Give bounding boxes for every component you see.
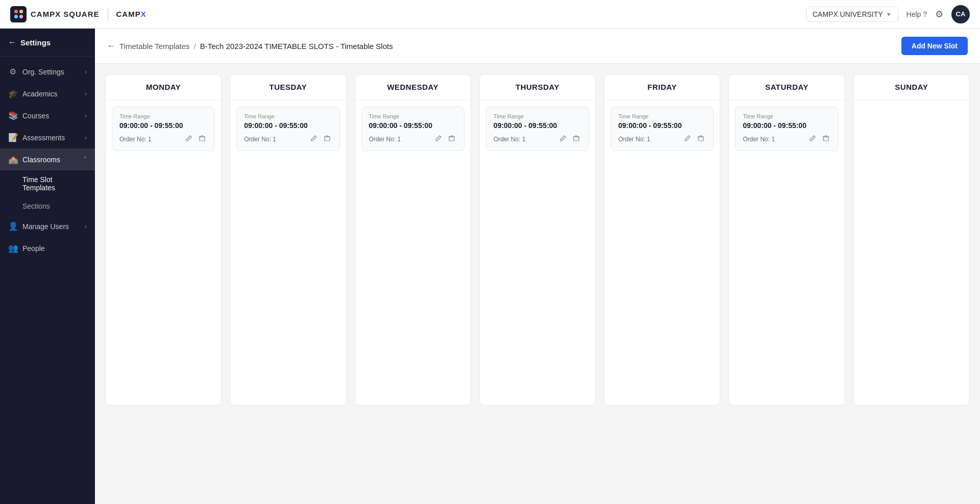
day-column-friday: FRIDAY Time Range 09:00:00 - 09:55:00 Or… [604,74,720,406]
order-no: Order No: 1 [618,136,650,143]
day-body-wednesday: Time Range 09:00:00 - 09:55:00 Order No:… [355,100,471,405]
sidebar-item-academics[interactable]: 🎓 Academics › [0,83,95,105]
time-range-value: 09:00:00 - 09:55:00 [369,121,457,130]
time-range-label: Time Range [743,113,830,119]
sidebar-label-org-settings: Org. Settings [22,68,64,76]
sidebar-label-courses: Courses [22,112,49,120]
sidebar-item-people[interactable]: 👥 People [0,237,95,259]
svg-rect-0 [200,137,205,141]
time-slot-footer: Order No: 1 [618,134,706,144]
breadcrumb-current: B-Tech 2023-2024 TIMETABLE SLOTS - Timet… [200,42,393,51]
day-body-sunday [854,100,969,405]
sidebar-label-manage-users: Manage Users [22,222,69,231]
day-header-thursday: THURSDAY [480,74,595,100]
time-slot-footer: Order No: 1 [369,134,457,144]
time-range-value: 09:00:00 - 09:55:00 [743,121,830,130]
day-column-sunday: SUNDAY [853,74,970,406]
day-column-thursday: THURSDAY Time Range 09:00:00 - 09:55:00 … [479,74,596,406]
classrooms-icon: 🏫 [8,155,17,164]
university-selector[interactable]: CAMPX UNIVERSITY ▼ [806,7,898,22]
day-body-friday: Time Range 09:00:00 - 09:55:00 Order No:… [604,100,720,405]
breadcrumb-separator: / [194,42,196,51]
order-no: Order No: 1 [369,136,401,143]
sidebar-item-time-slot-templates[interactable]: Time Slot Templates [0,170,95,197]
sidebar-item-sections[interactable]: Sections [0,197,95,215]
breadcrumb-back-arrow[interactable]: ← [107,41,115,51]
delete-slot-button[interactable] [447,134,457,144]
courses-icon: 📚 [8,111,17,120]
time-range-value: 09:00:00 - 09:55:00 [618,121,706,130]
day-column-saturday: SATURDAY Time Range 09:00:00 - 09:55:00 … [728,74,845,406]
edit-slot-button[interactable] [558,134,568,144]
assessments-icon: 📝 [8,133,17,142]
help-button[interactable]: Help ? [906,10,927,18]
settings-gear-button[interactable]: ⚙ [935,9,943,20]
time-range-label: Time Range [494,113,581,119]
edit-slot-button[interactable] [807,134,818,144]
edit-slot-button[interactable] [682,134,693,144]
sidebar-label-academics: Academics [22,90,57,98]
delete-slot-button[interactable] [322,134,332,144]
brand-campx-square: CAMPX SQUARE [31,10,100,18]
day-name-label: MONDAY [146,83,181,91]
day-header-monday: MONDAY [106,74,221,100]
breadcrumb-parent[interactable]: Timetable Templates [119,42,190,51]
time-range-value: 09:00:00 - 09:55:00 [244,121,332,130]
add-new-slot-button[interactable]: Add New Slot [901,37,968,55]
sidebar-item-manage-users[interactable]: 👤 Manage Users › [0,215,95,237]
chevron-down-icon: ˅ [84,156,87,163]
svg-rect-8 [698,137,703,141]
time-range-label: Time Range [244,113,332,119]
time-range-label: Time Range [618,113,706,119]
people-icon: 👥 [8,243,17,253]
sidebar-item-courses[interactable]: 📚 Courses › [0,105,95,127]
day-grid: MONDAY Time Range 09:00:00 - 09:55:00 Or… [105,74,970,406]
order-no: Order No: 1 [494,136,526,143]
back-arrow-icon: ← [8,38,16,47]
sidebar-back-button[interactable]: ← Settings [0,29,95,57]
avatar[interactable]: CA [951,5,970,23]
sidebar-label-time-slot-templates: Time Slot Templates [22,175,55,192]
svg-rect-4 [449,137,454,141]
day-header-wednesday: WEDNESDAY [355,74,471,100]
day-column-wednesday: WEDNESDAY Time Range 09:00:00 - 09:55:00… [355,74,471,406]
edit-slot-button[interactable] [184,134,194,144]
brand-campx: CAMPX [116,10,146,18]
order-no: Order No: 1 [244,136,276,143]
sidebar-item-assessments[interactable]: 📝 Assessments › [0,127,95,148]
content-header: ← Timetable Templates / B-Tech 2023-2024… [95,29,980,64]
time-range-label: Time Range [119,113,207,119]
chevron-right-icon: › [85,90,87,97]
order-no: Order No: 1 [119,136,152,143]
sidebar-item-org-settings[interactable]: ⚙ Org. Settings › [0,61,95,83]
card-actions [682,134,706,144]
chevron-right-icon: › [85,134,87,141]
sidebar-navigation: ⚙ Org. Settings › 🎓 Academics › 📚 Course… [0,57,95,263]
delete-slot-button[interactable] [696,134,706,144]
delete-slot-button[interactable] [571,134,581,144]
logo-area: CAMPX SQUARE CAMPX [10,6,146,22]
org-settings-icon: ⚙ [8,67,17,77]
sidebar-back-label: Settings [20,38,51,47]
time-slot-footer: Order No: 1 [119,134,207,144]
sidebar-item-classrooms[interactable]: 🏫 Classrooms ˅ [0,148,95,170]
day-name-label: SATURDAY [765,83,808,91]
time-slot-card: Time Range 09:00:00 - 09:55:00 Order No:… [735,107,838,151]
time-range-label: Time Range [369,113,457,119]
card-actions [558,134,581,144]
time-range-value: 09:00:00 - 09:55:00 [494,121,581,130]
edit-slot-button[interactable] [309,134,319,144]
day-name-label: TUESDAY [270,83,307,91]
edit-slot-button[interactable] [433,134,444,144]
main-layout: ← Settings ⚙ Org. Settings › 🎓 Academics… [0,29,980,504]
delete-slot-button[interactable] [821,134,831,144]
card-actions [433,134,457,144]
logo-icon [10,6,27,22]
time-slot-footer: Order No: 1 [743,134,830,144]
chevron-right-icon: › [85,112,87,119]
day-body-tuesday: Time Range 09:00:00 - 09:55:00 Order No:… [230,100,346,405]
svg-rect-10 [823,137,828,141]
day-header-friday: FRIDAY [604,74,720,100]
delete-slot-button[interactable] [197,134,207,144]
day-body-thursday: Time Range 09:00:00 - 09:55:00 Order No:… [480,100,595,405]
